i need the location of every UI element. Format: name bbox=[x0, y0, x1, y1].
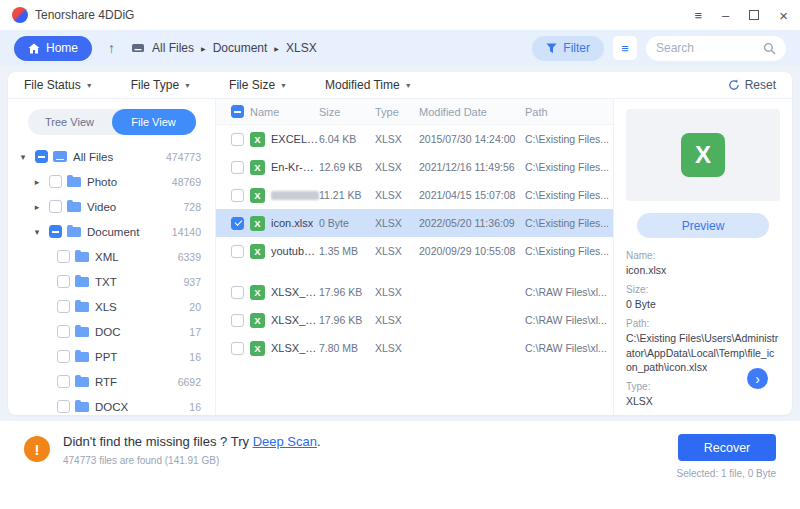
row-checkbox[interactable] bbox=[231, 314, 244, 327]
home-button[interactable]: Home bbox=[14, 36, 92, 61]
folder-icon bbox=[75, 277, 89, 287]
tab-file-view[interactable]: File View bbox=[112, 109, 196, 135]
home-label: Home bbox=[46, 41, 78, 55]
row-checkbox[interactable] bbox=[231, 245, 244, 258]
column-type[interactable]: Type bbox=[375, 106, 419, 118]
tab-tree-view[interactable]: Tree View bbox=[28, 109, 112, 135]
checkbox[interactable] bbox=[57, 275, 70, 288]
tree-item-rtf[interactable]: RTF 6692 bbox=[8, 369, 215, 394]
table-row[interactable]: XXLSX_712... 17.96 KB XLSX C:\RAW Files\… bbox=[216, 278, 613, 306]
warning-icon: ! bbox=[24, 436, 50, 462]
field-name: Name: icon.xlsx bbox=[626, 250, 780, 277]
breadcrumb-item-all-files[interactable]: All Files bbox=[152, 41, 194, 55]
table-row[interactable]: X 11.21 KB XLSX 2021/04/15 15:07:08 C:\E… bbox=[216, 181, 613, 209]
table-row[interactable]: Xyoutube... 1.35 MB XLSX 2020/09/29 10:5… bbox=[216, 237, 613, 265]
tree-item-ppt[interactable]: PPT 16 bbox=[8, 344, 215, 369]
expand-panel-button[interactable]: › bbox=[747, 368, 768, 389]
filter-file-status[interactable]: File Status ▼ bbox=[24, 78, 93, 92]
funnel-icon bbox=[546, 43, 557, 54]
tree-item-document[interactable]: ▾ Document 14140 bbox=[8, 219, 215, 244]
cell-modified: 2022/05/20 11:36:09 bbox=[419, 217, 525, 229]
cell-path: C:\Existing Files... bbox=[525, 133, 613, 145]
tree-item-xml[interactable]: XML 6339 bbox=[8, 244, 215, 269]
tree-item-video[interactable]: ▸ Video 728 bbox=[8, 194, 215, 219]
filter-file-type[interactable]: File Type ▼ bbox=[131, 78, 191, 92]
row-checkbox[interactable] bbox=[231, 161, 244, 174]
files-found-stats: 474773 files are found (141.91 GB) bbox=[63, 455, 321, 466]
tree-item-txt[interactable]: TXT 937 bbox=[8, 269, 215, 294]
table-row[interactable]: XEn-Kr-Tra... 12.69 KB XLSX 2021/12/16 1… bbox=[216, 153, 613, 181]
excel-icon: X bbox=[250, 216, 265, 231]
expand-caret-icon[interactable]: ▾ bbox=[30, 227, 44, 237]
table-row[interactable]: XEXCEL12... 6.04 KB XLSX 2015/07/30 14:2… bbox=[216, 125, 613, 153]
close-button[interactable]: × bbox=[779, 8, 788, 23]
checkbox[interactable] bbox=[57, 300, 70, 313]
cell-size: 12.69 KB bbox=[319, 161, 375, 173]
table-row[interactable]: XXLSX_113... 17.96 KB XLSX C:\RAW Files\… bbox=[216, 306, 613, 334]
deep-scan-link[interactable]: Deep Scan bbox=[253, 434, 317, 449]
menu-icon[interactable]: ≡ bbox=[694, 9, 702, 22]
checkbox[interactable] bbox=[49, 175, 62, 188]
expand-caret-icon[interactable]: ▸ bbox=[30, 202, 44, 212]
filter-modified-time[interactable]: Modified Time ▼ bbox=[325, 78, 412, 92]
preview-button[interactable]: Preview bbox=[637, 213, 769, 238]
row-checkbox[interactable] bbox=[231, 189, 244, 202]
tree-item-doc[interactable]: DOC 17 bbox=[8, 319, 215, 344]
minimize-button[interactable]: – bbox=[722, 9, 729, 22]
row-checkbox[interactable] bbox=[231, 217, 244, 230]
row-checkbox[interactable] bbox=[231, 133, 244, 146]
footer: ! Didn't find the missing files ? Try De… bbox=[0, 421, 800, 509]
folder-icon bbox=[67, 177, 81, 187]
breadcrumb-item-document[interactable]: Document bbox=[213, 41, 268, 55]
expand-caret-icon[interactable]: ▾ bbox=[16, 152, 30, 162]
tree-item-docx[interactable]: DOCX 16 bbox=[8, 394, 215, 415]
cell-size: 1.35 MB bbox=[319, 245, 375, 257]
checkbox[interactable] bbox=[57, 325, 70, 338]
recover-button[interactable]: Recover bbox=[678, 434, 776, 461]
filter-bar: File Status ▼ File Type ▼ File Size ▼ Mo… bbox=[8, 72, 792, 99]
table-row-selected[interactable]: Xicon.xlsx 0 Byte XLSX 2022/05/20 11:36:… bbox=[216, 209, 613, 237]
row-checkbox[interactable] bbox=[231, 286, 244, 299]
up-button[interactable]: ↑ bbox=[104, 40, 119, 56]
folder-icon bbox=[75, 327, 89, 337]
filter-button[interactable]: Filter bbox=[532, 36, 604, 61]
column-size[interactable]: Size bbox=[319, 106, 375, 118]
home-icon bbox=[28, 43, 40, 54]
maximize-button[interactable] bbox=[749, 10, 759, 20]
breadcrumb-item-xlsx[interactable]: XLSX bbox=[286, 41, 317, 55]
tree-item-all-files[interactable]: ▾ All Files 474773 bbox=[8, 144, 215, 169]
table-row[interactable]: XXLSX_233... 7.80 MB XLSX C:\RAW Files\x… bbox=[216, 334, 613, 362]
content-area: Tree View File View ▾ All Files 474773 ▸… bbox=[8, 99, 792, 415]
filter-file-size[interactable]: File Size ▼ bbox=[229, 78, 287, 92]
tree-item-photo[interactable]: ▸ Photo 48769 bbox=[8, 169, 215, 194]
expand-caret-icon[interactable]: ▸ bbox=[30, 177, 44, 187]
search-input[interactable] bbox=[656, 41, 757, 55]
checkbox[interactable] bbox=[49, 225, 62, 238]
tree-item-xls[interactable]: XLS 20 bbox=[8, 294, 215, 319]
search-icon bbox=[763, 42, 776, 55]
checkbox[interactable] bbox=[57, 250, 70, 263]
column-path[interactable]: Path bbox=[525, 106, 613, 118]
checkbox[interactable] bbox=[35, 150, 48, 163]
item-count: 16 bbox=[189, 401, 201, 413]
view-toggle-button[interactable]: ≡ bbox=[613, 36, 637, 60]
checkbox[interactable] bbox=[57, 375, 70, 388]
row-checkbox[interactable] bbox=[231, 342, 244, 355]
item-count: 48769 bbox=[172, 176, 201, 188]
item-label: TXT bbox=[95, 276, 183, 288]
item-label: Video bbox=[87, 201, 183, 213]
cell-path: C:\Existing Files... bbox=[525, 161, 613, 173]
reset-button[interactable]: Reset bbox=[728, 78, 776, 92]
checkbox[interactable] bbox=[49, 200, 62, 213]
header-checkbox[interactable] bbox=[231, 105, 244, 118]
column-modified-date[interactable]: Modified Date bbox=[419, 106, 525, 118]
folder-icon bbox=[75, 302, 89, 312]
item-count: 474773 bbox=[166, 151, 201, 163]
column-name[interactable]: Name bbox=[250, 106, 319, 118]
cell-modified: 2021/04/15 15:07:08 bbox=[419, 189, 525, 201]
checkbox[interactable] bbox=[57, 400, 70, 413]
checkbox[interactable] bbox=[57, 350, 70, 363]
search-box bbox=[646, 36, 786, 61]
field-size-value: 0 Byte bbox=[626, 297, 780, 311]
item-count: 6339 bbox=[178, 251, 201, 263]
